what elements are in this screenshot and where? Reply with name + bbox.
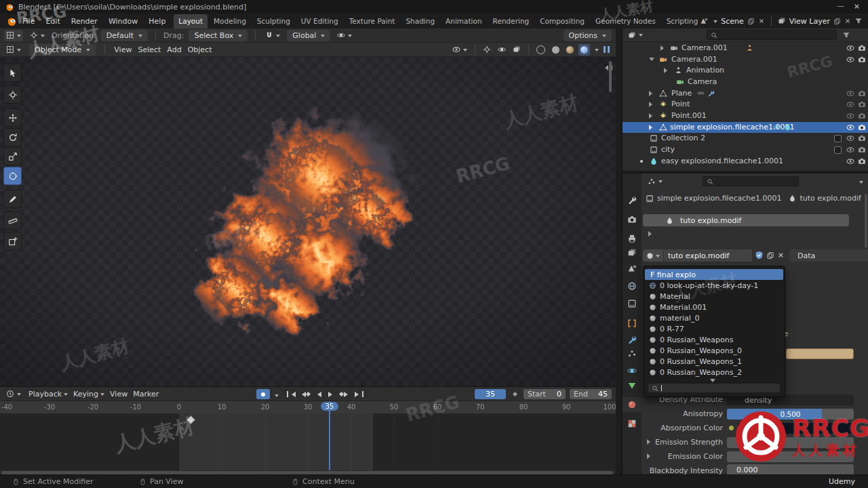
workspace-tab-layout[interactable]: Layout xyxy=(174,14,208,28)
modifier-name-field[interactable]: tuto explo.modif xyxy=(643,214,849,226)
tab-modifiers[interactable] xyxy=(627,335,637,344)
eye-icon[interactable] xyxy=(846,157,854,165)
collection-checkbox[interactable] xyxy=(834,146,842,154)
camera-icon[interactable] xyxy=(858,89,866,98)
tab-material[interactable] xyxy=(627,400,637,409)
drag-dropdown[interactable]: Select Box xyxy=(189,30,248,41)
anisotropy-slider[interactable]: 0.500 xyxy=(727,409,854,420)
dropdown-item[interactable]: 0 Russian_Weapons xyxy=(645,334,783,345)
tool-scale[interactable] xyxy=(3,147,22,165)
menu-window[interactable]: Window xyxy=(108,17,138,26)
copy-icon[interactable] xyxy=(766,251,774,260)
play-reverse-button[interactable] xyxy=(312,389,324,399)
options-dropdown[interactable]: Options xyxy=(564,30,612,41)
collection-checkbox[interactable] xyxy=(834,135,842,142)
outliner-row-camera-data[interactable]: Camera xyxy=(623,77,868,87)
outliner-row-simple-explosion[interactable]: simple explosion.filecache1.0001 xyxy=(623,122,868,133)
editing-text-field[interactable] xyxy=(786,348,854,359)
camera-icon[interactable] xyxy=(858,134,866,142)
active-tool-button[interactable] xyxy=(28,30,47,41)
pivot-dropdown[interactable]: Global xyxy=(287,30,330,41)
camera-icon[interactable] xyxy=(858,123,866,131)
menu-render[interactable]: Render xyxy=(71,17,98,26)
animated-dot-icon[interactable] xyxy=(729,426,734,430)
properties-search-input[interactable] xyxy=(703,176,799,186)
editor-type-button[interactable] xyxy=(4,44,23,56)
camera-icon[interactable] xyxy=(858,112,866,120)
tab-view-layer[interactable] xyxy=(627,248,637,258)
workspace-tab-modeling[interactable]: Modeling xyxy=(209,14,251,28)
tool-measure[interactable] xyxy=(3,211,22,230)
dropdown-item[interactable]: Material xyxy=(645,291,783,302)
viewport-scrollbar[interactable] xyxy=(609,61,612,92)
jump-to-start-button[interactable] xyxy=(285,389,297,399)
mode-dropdown[interactable]: Object Mode xyxy=(29,44,96,56)
jump-to-end-button[interactable] xyxy=(353,389,365,399)
outliner-row-point[interactable]: Point xyxy=(623,99,868,110)
close-icon[interactable] xyxy=(844,18,851,24)
tab-texture[interactable] xyxy=(627,419,637,428)
timeline-ruler[interactable]: -40 -30 -20 -10 0 10 20 30 40 50 60 70 8… xyxy=(0,401,616,413)
viewport-canvas[interactable] xyxy=(0,57,616,386)
next-keyframe-button[interactable] xyxy=(339,389,351,399)
panel-expand-icon[interactable] xyxy=(648,231,654,237)
overlays-toggle[interactable] xyxy=(496,44,508,56)
workspace-tab-texture-paint[interactable]: Texture Paint xyxy=(344,14,400,28)
proportional-editing-toggle[interactable] xyxy=(335,30,354,41)
chevron-down-icon[interactable] xyxy=(275,394,279,399)
tab-tool[interactable] xyxy=(627,195,637,205)
view-layer-icon[interactable] xyxy=(778,17,786,25)
menu-keying[interactable]: Keying xyxy=(73,390,104,399)
outliner-row-camera-001b[interactable]: Camera.001 xyxy=(623,54,868,65)
eye-icon[interactable] xyxy=(846,112,854,120)
workspace-tab-uv-editing[interactable]: UV Editing xyxy=(296,14,343,28)
play-button[interactable] xyxy=(326,389,338,399)
minimize-button[interactable]: — xyxy=(837,1,844,10)
new-scene-icon[interactable] xyxy=(747,18,755,25)
shading-dropdown-icon[interactable] xyxy=(595,49,599,54)
shading-wireframe-button[interactable] xyxy=(534,44,547,56)
outliner-search-input[interactable] xyxy=(707,30,837,40)
tab-world[interactable] xyxy=(627,281,637,291)
emission-strength-field[interactable] xyxy=(727,437,854,448)
chevron-down-icon[interactable] xyxy=(859,181,863,186)
menu-object[interactable]: Object xyxy=(188,45,212,54)
workspace-tab-sculpting[interactable]: Sculpting xyxy=(252,14,295,28)
editor-type-button[interactable] xyxy=(4,388,23,400)
blackbody-intensity-field[interactable]: 0.000 xyxy=(727,464,854,474)
close-icon[interactable] xyxy=(777,251,785,259)
breadcrumb-modifier[interactable]: tuto explo.modif xyxy=(800,194,861,203)
tool-select-box[interactable] xyxy=(3,64,22,82)
outliner-row-easy-explosiond[interactable]: easy explosiond.filecache1.0001 xyxy=(623,156,868,167)
tool-transform[interactable] xyxy=(3,167,22,185)
tool-cursor[interactable] xyxy=(3,85,22,104)
editor-type-button[interactable] xyxy=(626,29,645,41)
current-frame-field[interactable]: 35 xyxy=(475,389,506,399)
view-layer-name[interactable]: View Layer xyxy=(789,17,830,26)
playhead-line[interactable] xyxy=(329,401,330,470)
menu-playback[interactable]: Playback xyxy=(28,390,68,399)
use-preview-range-button[interactable] xyxy=(509,389,521,399)
dropdown-item[interactable]: Material.001 xyxy=(645,302,783,312)
eye-icon[interactable] xyxy=(846,123,854,131)
outliner-row-plane[interactable]: Plane xyxy=(623,88,868,99)
scene-icon[interactable] xyxy=(700,17,708,25)
close-icon[interactable] xyxy=(853,3,861,10)
menu-edit[interactable]: Edit xyxy=(45,17,60,26)
menu-file[interactable]: File xyxy=(22,17,35,26)
breadcrumb-object[interactable]: simple explosion.filecache1.0001 xyxy=(657,194,781,203)
snap-magnet-toggle[interactable] xyxy=(263,30,282,41)
tab-collection[interactable] xyxy=(627,299,637,308)
tool-add-cube[interactable] xyxy=(3,232,22,250)
eye-icon[interactable] xyxy=(846,100,854,108)
emission-color-field[interactable] xyxy=(727,451,854,462)
funnel-icon[interactable] xyxy=(842,31,850,39)
outliner-row-collection-2[interactable]: Collection 2 xyxy=(623,133,868,144)
auto-keying-toggle[interactable] xyxy=(256,389,270,399)
menu-view[interactable]: View xyxy=(110,390,127,399)
tab-render[interactable] xyxy=(627,215,637,224)
prev-keyframe-button[interactable] xyxy=(298,389,311,399)
new-view-layer-icon[interactable] xyxy=(833,18,841,25)
frame-start-field[interactable]: Start0 xyxy=(524,389,566,399)
tool-annotate[interactable] xyxy=(3,190,22,208)
